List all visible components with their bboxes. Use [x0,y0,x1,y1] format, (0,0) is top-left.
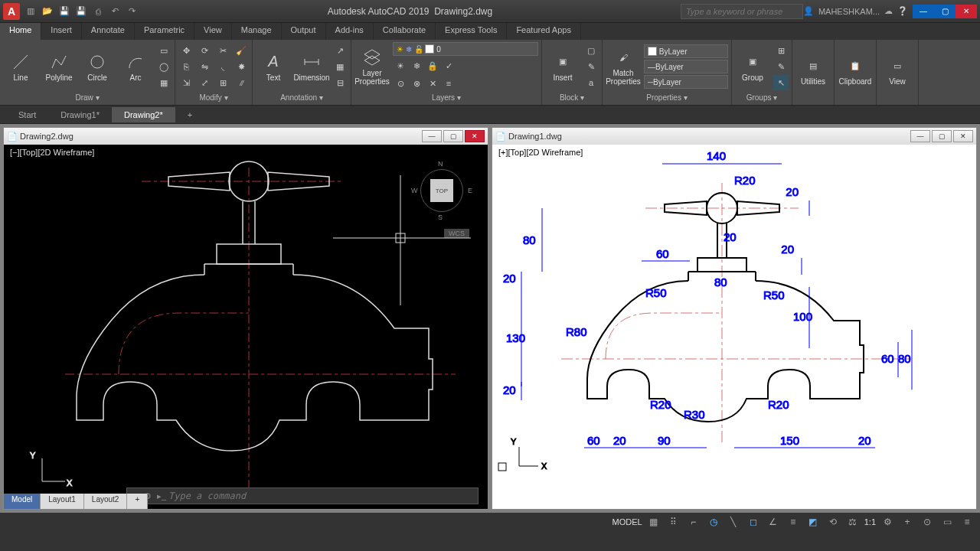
trim-icon[interactable]: ✂ [215,43,230,58]
docwin-min-button[interactable]: — [910,130,930,142]
open-icon[interactable]: 📂 [40,4,55,19]
panel-modify-label[interactable]: Modify ▾ [178,92,249,103]
laymcur-icon[interactable]: ✓ [441,58,456,73]
rotate-icon[interactable]: ⟳ [197,43,212,58]
wcs-label[interactable]: WCS [444,229,469,238]
new-icon[interactable]: ▥ [23,4,38,19]
search-input[interactable] [681,4,803,19]
panel-properties-label[interactable]: Properties ▾ [606,92,728,103]
status-model[interactable]: MODEL [612,517,642,527]
drawing-canvas-left[interactable]: [−][Top][2D Wireframe] N S W E TOP WCS [4,145,488,509]
command-input[interactable] [168,491,478,501]
explode-icon[interactable]: ✸ [234,59,249,74]
lineweight-combo[interactable]: — ByLayer [644,60,728,73]
osnap-icon[interactable]: ◻ [745,514,762,530]
tab-drawing2[interactable]: Drawing2* [112,107,175,122]
color-combo[interactable]: ByLayer [644,44,728,58]
layout-tab-layout2[interactable]: Layout2 [84,494,128,509]
tab-drawing1[interactable]: Drawing1* [48,107,112,122]
saveas-icon[interactable]: 💾 [74,4,89,19]
insert-button[interactable]: ▣Insert [545,44,580,90]
tab-insert[interactable]: Insert [41,23,82,40]
hatch-icon[interactable]: ▦ [156,75,172,90]
mirror-icon[interactable]: ⇋ [197,59,212,74]
viewcube[interactable]: N S W E TOP [411,160,472,221]
panel-groups-label[interactable]: Groups ▾ [735,92,789,103]
dimension-button[interactable]: Dimension [294,44,329,90]
lwt-icon[interactable]: ≡ [785,514,802,530]
circle-button[interactable]: Circle [80,44,115,90]
tab-expresstools[interactable]: Express Tools [436,23,507,40]
group-button[interactable]: ▣Group [735,44,770,90]
view-label-right[interactable]: [+][Top][2D Wireframe] [498,148,583,157]
tab-parametric[interactable]: Parametric [135,23,194,40]
array-icon[interactable]: ⊞ [215,75,230,90]
polar-icon[interactable]: ◷ [705,514,722,530]
view-button[interactable]: ▭View [880,48,915,94]
layuniso-icon[interactable]: ⊗ [409,76,424,91]
maximize-button[interactable]: ▢ [934,5,956,18]
layout-tab-layout1[interactable]: Layout1 [41,494,84,509]
minimize-button[interactable]: — [913,5,934,18]
stretch-icon[interactable]: ⇲ [178,75,194,90]
docwin-max-button[interactable]: ▢ [443,130,463,142]
new-tab-button[interactable]: + [175,107,200,122]
autocad-logo-icon[interactable]: A [3,3,20,20]
grid-icon[interactable]: ▦ [645,514,662,530]
move-icon[interactable]: ✥ [178,43,194,58]
offset-icon[interactable]: ⫽ [234,75,249,90]
polyline-button[interactable]: Polyline [41,44,77,90]
attr-icon[interactable]: a [583,75,599,90]
snap-icon[interactable]: ⠿ [665,514,682,530]
leader-icon[interactable]: ↗ [332,43,348,58]
help-icon[interactable]: ❔ [897,6,908,16]
undo-icon[interactable]: ↶ [107,4,122,19]
layiso-icon[interactable]: ⊙ [393,76,408,91]
docwin-close-button[interactable]: ✕ [953,130,973,142]
tab-collaborate[interactable]: Collaborate [374,23,436,40]
mtext-icon[interactable]: ⊟ [332,75,348,90]
clipboard-button[interactable]: 📋Clipboard [838,48,873,94]
copy-icon[interactable]: ⎘ [178,59,194,74]
tab-start[interactable]: Start [6,107,48,122]
arc-button[interactable]: Arc [118,44,153,90]
laydel-icon[interactable]: ✕ [425,76,440,91]
panel-block-label[interactable]: Block ▾ [545,92,599,103]
plus-icon[interactable]: + [899,514,916,530]
select-icon[interactable]: ↖ [773,75,789,90]
cycling-icon[interactable]: ⟲ [825,514,841,530]
tab-view[interactable]: View [194,23,232,40]
plot-icon[interactable]: ⎙ [90,4,106,19]
layfrz-icon[interactable]: ❄ [409,58,424,73]
tab-home[interactable]: Home [0,23,41,40]
match-properties-button[interactable]: 🖌MatchProperties [606,44,641,90]
save-icon[interactable]: 💾 [57,4,72,19]
tab-featuredapps[interactable]: Featured Apps [507,23,581,40]
docwin-max-button[interactable]: ▢ [932,130,952,142]
otrack-icon[interactable]: ∠ [765,514,782,530]
isolate-icon[interactable]: ⊙ [919,514,936,530]
custom-icon[interactable]: ≡ [959,514,975,530]
close-button[interactable]: ✕ [956,5,977,18]
layer-combo[interactable]: ☀ ❄ 🔓 0 [393,42,538,56]
rect-icon[interactable]: ▭ [156,43,172,58]
fillet-icon[interactable]: ◟ [215,59,230,74]
linetype-combo[interactable]: ─ ByLayer [644,75,728,89]
panel-annotation-label[interactable]: Annotation ▾ [256,92,348,103]
user-label[interactable]: MAHESHKAM... [818,7,880,16]
layout-tab-model[interactable]: Model [4,494,41,509]
line-button[interactable]: Line [3,44,38,90]
text-button[interactable]: AText [256,44,291,90]
layout-tab-new[interactable]: + [127,494,148,509]
laymch-icon[interactable]: ≡ [441,76,456,91]
utilities-button[interactable]: ▤Utilities [795,48,831,94]
laylck-icon[interactable]: 🔒 [425,58,440,73]
layoff-icon[interactable]: ☀ [393,58,408,73]
erase-icon[interactable]: 🧹 [234,43,249,58]
scale-icon[interactable]: ⤢ [197,75,212,90]
ortho-icon[interactable]: ⌐ [685,514,702,530]
ungroup-icon[interactable]: ⊞ [773,43,789,58]
layer-properties-button[interactable]: LayerProperties [354,44,390,90]
drawing-canvas-right[interactable]: [+][Top][2D Wireframe] [492,145,976,509]
clean-icon[interactable]: ▭ [939,514,956,530]
